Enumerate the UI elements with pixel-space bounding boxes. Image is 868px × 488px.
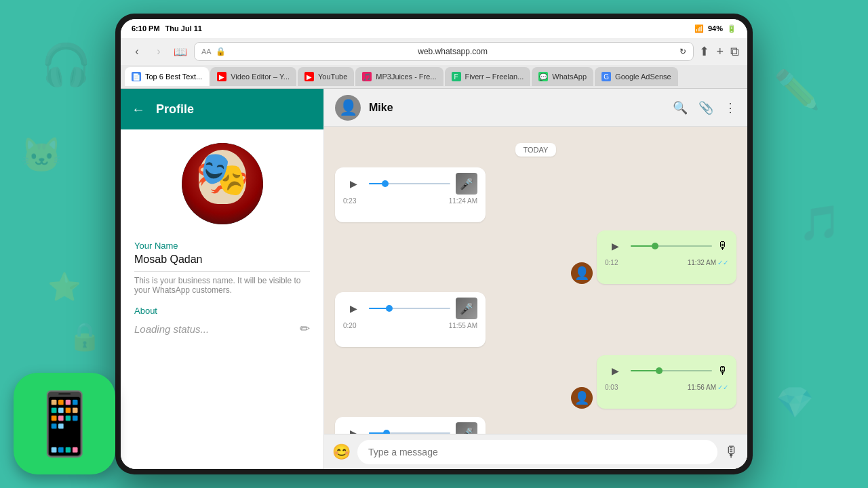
profile-title: Profile bbox=[156, 102, 194, 117]
browser-address-bar[interactable]: AA 🔒 web.whatsapp.com ↻ bbox=[194, 42, 694, 61]
battery-text: 94% bbox=[708, 24, 723, 33]
browser-actions: ⬆ + ⧉ bbox=[699, 44, 739, 59]
tab-label-4: MP3Juices - Fre... bbox=[376, 73, 436, 81]
tab-label-5: Fiverr – Freelan... bbox=[465, 73, 524, 81]
more-button[interactable]: ⋮ bbox=[724, 100, 736, 115]
tab-label-7: Google AdSense bbox=[615, 73, 671, 81]
name-label: Your Name bbox=[134, 241, 310, 251]
status-bar: 6:10 PM Thu Jul 11 📶 94% 🔋 bbox=[121, 19, 747, 38]
bg-deco-pencil: ✏️ bbox=[774, 68, 821, 112]
tab-label-3: YouTube bbox=[318, 73, 347, 81]
avatar-section bbox=[134, 143, 310, 224]
tab-label-6: WhatsApp bbox=[552, 73, 587, 81]
profile-panel: ← Profile Your Name Mosab Qadan This is … bbox=[121, 89, 324, 469]
profile-body: Your Name Mosab Qadan This is your busin… bbox=[121, 129, 323, 469]
message-input[interactable] bbox=[357, 440, 717, 464]
profile-back-button[interactable]: ← bbox=[132, 102, 145, 117]
voice-thumbnail-1: 🎤 bbox=[456, 173, 477, 195]
tab-favicon-3: ▶ bbox=[304, 72, 314, 81]
new-tab-button[interactable]: + bbox=[716, 45, 724, 59]
tab-whatsapp[interactable]: 💬 WhatsApp bbox=[532, 67, 593, 86]
bg-deco-star: ⭐ bbox=[47, 271, 81, 303]
tab-label-2: Video Editor – Y... bbox=[231, 73, 290, 81]
browser-bookmarks-button[interactable]: 📖 bbox=[172, 43, 189, 60]
voice-message-1: ▶ 🎤 bbox=[335, 167, 486, 222]
tab-favicon-7: G bbox=[601, 72, 611, 81]
ipad-screen: 6:10 PM Thu Jul 11 📶 94% 🔋 ‹ › 📖 AA 🔒 we… bbox=[121, 19, 747, 469]
lock-icon: 🔒 bbox=[216, 47, 226, 56]
sender-avatar-4: 👤 bbox=[571, 387, 593, 409]
search-button[interactable]: 🔍 bbox=[673, 100, 688, 115]
message-3-row: ▶ 🎤 bbox=[335, 292, 736, 347]
chat-contact-name: Mike bbox=[369, 102, 665, 114]
whatsapp-logo-bg: 📱 bbox=[14, 373, 115, 474]
tab-favicon-1: 📄 bbox=[132, 72, 141, 81]
msg-time-2: 11:32 AM ✓✓ bbox=[688, 259, 728, 266]
font-size-label: AA bbox=[201, 47, 212, 56]
tab-youtube[interactable]: ▶ YouTube bbox=[298, 67, 354, 86]
tab-mp3juices[interactable]: 🎵 MP3Juices - Fre... bbox=[355, 67, 443, 86]
about-section: About Loading status... ✏ bbox=[134, 306, 310, 336]
browser-toolbar: ‹ › 📖 AA 🔒 web.whatsapp.com ↻ ⬆ + ⧉ bbox=[121, 38, 747, 65]
play-button-5[interactable]: ▶ bbox=[343, 423, 363, 434]
content-area: ← Profile Your Name Mosab Qadan This is … bbox=[121, 89, 747, 469]
voice-thumbnail-5: 🎤 bbox=[456, 422, 477, 434]
edit-button[interactable]: ✏ bbox=[300, 321, 310, 336]
tab-favicon-2: ▶ bbox=[217, 72, 226, 81]
voice-thumbnail-3: 🎤 bbox=[456, 298, 477, 319]
play-button-1[interactable]: ▶ bbox=[343, 174, 363, 194]
wifi-icon: 📶 bbox=[694, 24, 704, 33]
chat-avatar-icon: 👤 bbox=[339, 99, 357, 117]
chat-contact-avatar: 👤 bbox=[335, 95, 361, 121]
tab-video-editor[interactable]: ▶ Video Editor – Y... bbox=[210, 67, 296, 86]
battery-icon: 🔋 bbox=[727, 24, 736, 33]
chat-actions: 🔍 📎 ⋮ bbox=[673, 100, 736, 115]
voice-message-3: ▶ 🎤 bbox=[335, 292, 486, 347]
tabs-bar: 📄 Top 6 Best Text... ▶ Video Editor – Y.… bbox=[121, 65, 747, 88]
chat-panel: 👤 Mike 🔍 📎 ⋮ TODAY bbox=[324, 89, 747, 469]
reload-button[interactable]: ↻ bbox=[679, 47, 686, 56]
tab-google-adsense[interactable]: G Google AdSense bbox=[595, 67, 678, 86]
msg-time-4: 11:56 AM ✓✓ bbox=[688, 384, 728, 391]
message-2-row: 👤 ▶ bbox=[335, 230, 736, 284]
profile-header: ← Profile bbox=[121, 89, 323, 129]
mic-button[interactable]: 🎙 bbox=[724, 443, 739, 461]
tabs-button[interactable]: ⧉ bbox=[730, 45, 739, 59]
browser-chrome: ‹ › 📖 AA 🔒 web.whatsapp.com ↻ ⬆ + ⧉ bbox=[121, 38, 747, 89]
date-divider: TODAY bbox=[335, 143, 736, 157]
play-button-2[interactable]: ▶ bbox=[605, 236, 625, 256]
chat-messages: TODAY ▶ bbox=[324, 127, 747, 434]
bg-deco-lock: 🔒 bbox=[68, 321, 102, 352]
ipad-frame: 6:10 PM Thu Jul 11 📶 94% 🔋 ‹ › 📖 AA 🔒 we… bbox=[115, 14, 753, 474]
tab-top-best-text[interactable]: 📄 Top 6 Best Text... bbox=[125, 67, 209, 86]
date-badge: TODAY bbox=[515, 143, 557, 157]
browser-back-button[interactable]: ‹ bbox=[129, 43, 145, 60]
play-button-4[interactable]: ▶ bbox=[605, 361, 625, 381]
status-date: Thu Jul 11 bbox=[165, 24, 202, 33]
tab-favicon-5: F bbox=[452, 72, 461, 81]
chat-input-bar: 😊 🎙 bbox=[324, 434, 747, 469]
sender-avatar-2: 👤 bbox=[571, 262, 593, 284]
play-button-3[interactable]: ▶ bbox=[343, 298, 363, 319]
bg-deco-cat: 🐱 bbox=[20, 136, 62, 175]
voice-message-2: ▶ 🎙 bbox=[597, 230, 736, 284]
whatsapp-icon: 📱 bbox=[26, 388, 102, 460]
voice-message-4: ▶ 🎙 bbox=[597, 355, 736, 409]
avatar[interactable] bbox=[182, 143, 263, 224]
bg-deco-headphones: 🎧 bbox=[41, 41, 92, 89]
attach-button[interactable]: 📎 bbox=[698, 100, 713, 115]
msg-time-3: 11:55 AM bbox=[449, 322, 477, 329]
about-value: Loading status... bbox=[134, 323, 209, 335]
emoji-button[interactable]: 😊 bbox=[332, 443, 351, 461]
msg-duration-2: 0:12 bbox=[605, 259, 618, 266]
bg-deco-music: 🎵 bbox=[799, 203, 841, 243]
share-button[interactable]: ⬆ bbox=[699, 44, 709, 59]
msg-time-1: 11:24 AM bbox=[449, 197, 477, 205]
browser-forward-button[interactable]: › bbox=[151, 43, 167, 60]
mic-icon-2: 🎙 bbox=[717, 240, 728, 252]
avatar-image bbox=[182, 143, 263, 224]
message-5-row: ▶ 🎤 bbox=[335, 417, 736, 434]
about-value-row: Loading status... ✏ bbox=[134, 321, 310, 336]
tab-fiverr[interactable]: F Fiverr – Freelan... bbox=[445, 67, 531, 86]
mic-icon-4: 🎙 bbox=[717, 365, 728, 377]
